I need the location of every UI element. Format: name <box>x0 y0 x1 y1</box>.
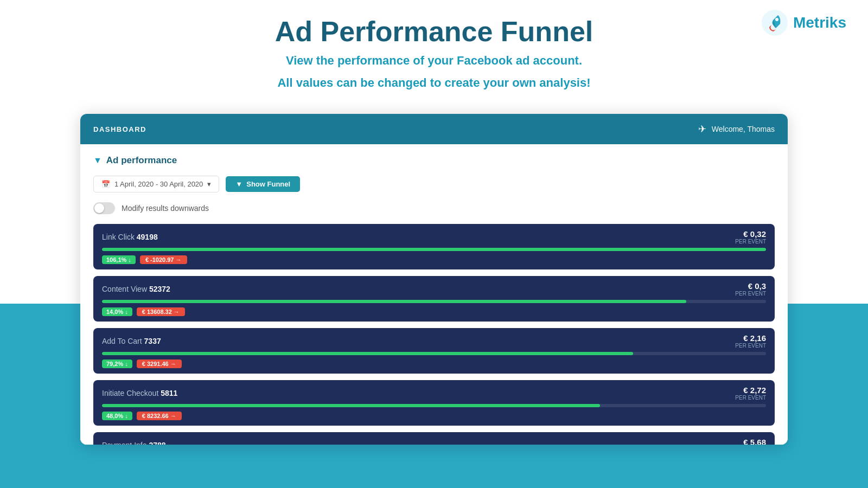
funnel-row-name: Payment Info 2788 <box>102 440 166 445</box>
dashboard-window: DASHBOARD ✈ Welcome, Thomas ▼ Ad perform… <box>80 114 788 445</box>
funnel-row-price-area: € 0,32 PER EVENT <box>735 229 766 245</box>
funnel-row-name: Add To Cart 7337 <box>102 336 161 346</box>
funnel-row-bottom: 79,2% ↓ € 3291.46 → <box>102 359 766 368</box>
badge-percent: 48,0% ↓ <box>102 412 132 420</box>
dashboard-content: ▼ Ad performance 📅 1 April, 2020 - 30 Ap… <box>80 144 788 445</box>
funnel-row-price-area: € 5,68 PER EVENT <box>735 438 766 445</box>
badge-percent: 106,1% ↓ <box>102 255 136 264</box>
funnel-per-event: PER EVENT <box>735 395 766 401</box>
calendar-icon: 📅 <box>101 180 110 188</box>
dashboard-header-title: DASHBOARD <box>93 125 146 133</box>
funnel-row: Initiate Checkout 5811 € 2,72 PER EVENT … <box>93 380 775 426</box>
funnel-row: Add To Cart 7337 € 2,16 PER EVENT 79,2% … <box>93 328 775 374</box>
badge-amount: € -1020.97 → <box>140 255 187 264</box>
funnel-price: € 2,16 <box>735 333 766 343</box>
page-subtitle-line1: View the performance of your Facebook ad… <box>0 53 868 69</box>
progress-bar-fill <box>102 300 686 303</box>
progress-bar-bg <box>102 248 766 251</box>
badge-amount: € 3291.46 → <box>137 359 182 368</box>
progress-bar-bg <box>102 300 766 303</box>
svg-point-1 <box>775 18 778 21</box>
funnel-row: Payment Info 2788 € 5,68 PER EVENT 101,6… <box>93 432 775 445</box>
show-funnel-button[interactable]: ▼ Show Funnel <box>226 176 300 192</box>
filter-icon: ▼ <box>93 156 102 165</box>
modify-results-toggle[interactable] <box>93 202 115 214</box>
funnel-row: Content View 52372 € 0,3 PER EVENT 14,0%… <box>93 276 775 322</box>
funnel-per-event: PER EVENT <box>735 239 766 245</box>
funnel-per-event: PER EVENT <box>735 291 766 297</box>
welcome-text: Welcome, Thomas <box>712 125 775 133</box>
funnel-icon: ▼ <box>235 180 242 188</box>
funnel-row-top: Content View 52372 € 0,3 PER EVENT <box>102 281 766 297</box>
controls-row: 📅 1 April, 2020 - 30 April, 2020 ▾ ▼ Sho… <box>93 176 775 192</box>
progress-bar-fill <box>102 404 600 407</box>
progress-bar-bg <box>102 352 766 355</box>
rocket-icon <box>762 10 788 36</box>
funnel-row: Link Click 49198 € 0,32 PER EVENT 106,1%… <box>93 224 775 269</box>
funnel-row-top: Link Click 49198 € 0,32 PER EVENT <box>102 229 766 245</box>
funnel-row-name: Link Click 49198 <box>102 232 158 242</box>
logo: Metriks <box>762 10 846 36</box>
page-title: Ad Performance Funnel <box>0 16 868 47</box>
funnel-row-price-area: € 0,3 PER EVENT <box>735 281 766 297</box>
funnel-row-top: Payment Info 2788 € 5,68 PER EVENT <box>102 438 766 445</box>
funnel-price: € 0,32 <box>735 229 766 239</box>
toggle-row: Modify results downwards <box>93 202 775 214</box>
funnel-row-price-area: € 2,72 PER EVENT <box>735 386 766 401</box>
funnel-container: Link Click 49198 € 0,32 PER EVENT 106,1%… <box>93 224 775 445</box>
funnel-price: € 0,3 <box>735 281 766 291</box>
badge-percent: 14,0% ↓ <box>102 307 132 316</box>
date-picker-button[interactable]: 📅 1 April, 2020 - 30 April, 2020 ▾ <box>93 176 219 192</box>
toggle-label: Modify results downwards <box>122 204 209 213</box>
chevron-down-icon: ▾ <box>207 180 211 188</box>
page-subtitle-line2: All values can be changed to create your… <box>0 75 868 92</box>
funnel-row-name: Content View 52372 <box>102 284 170 294</box>
funnel-row-price-area: € 2,16 PER EVENT <box>735 333 766 349</box>
date-range-text: 1 April, 2020 - 30 April, 2020 <box>114 180 203 188</box>
funnel-row-bottom: 14,0% ↓ € 13608.32 → <box>102 307 766 316</box>
badge-amount: € 8232.66 → <box>137 412 182 420</box>
dashboard-header: DASHBOARD ✈ Welcome, Thomas <box>80 114 788 144</box>
badge-amount: € 13608.32 → <box>137 307 185 316</box>
funnel-row-bottom: 48,0% ↓ € 8232.66 → <box>102 412 766 420</box>
funnel-price: € 5,68 <box>735 438 766 445</box>
funnel-row-name: Initiate Checkout 5811 <box>102 388 177 398</box>
dashboard-user-area: ✈ Welcome, Thomas <box>698 123 775 135</box>
section-title: Ad performance <box>106 155 177 166</box>
funnel-price: € 2,72 <box>735 386 766 395</box>
progress-bar-fill <box>102 248 766 251</box>
funnel-per-event: PER EVENT <box>735 343 766 349</box>
funnel-row-top: Add To Cart 7337 € 2,16 PER EVENT <box>102 333 766 349</box>
progress-bar-bg <box>102 404 766 407</box>
funnel-row-bottom: 106,1% ↓ € -1020.97 → <box>102 255 766 264</box>
section-header: ▼ Ad performance <box>93 155 775 166</box>
send-icon: ✈ <box>698 123 706 135</box>
funnel-row-top: Initiate Checkout 5811 € 2,72 PER EVENT <box>102 386 766 401</box>
badge-percent: 79,2% ↓ <box>102 359 132 368</box>
progress-bar-fill <box>102 352 633 355</box>
logo-text: Metriks <box>793 14 846 31</box>
